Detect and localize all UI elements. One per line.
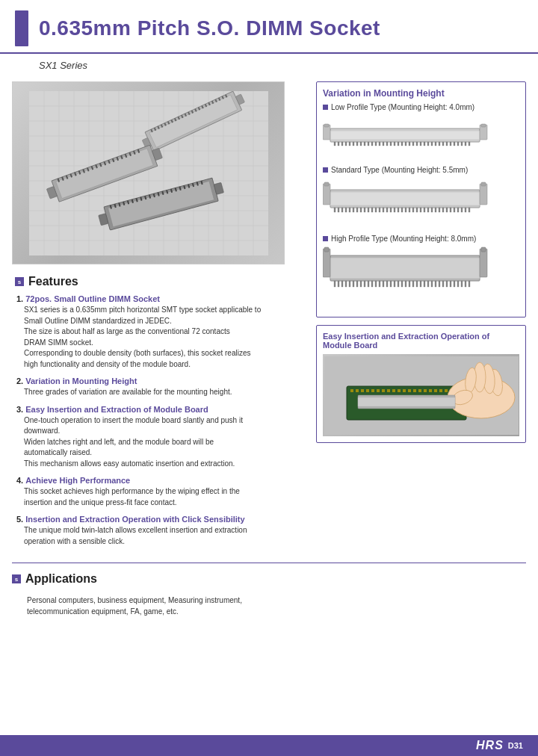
insertion-box: Easy Insertion and Extraction Operation … xyxy=(316,325,526,443)
svg-rect-109 xyxy=(349,142,350,146)
svg-rect-207 xyxy=(394,281,395,287)
svg-rect-171 xyxy=(420,208,421,212)
variation-label-standard-text: Standard Type (Mounting Height: 5.5mm) xyxy=(331,166,468,174)
svg-rect-182 xyxy=(461,208,463,212)
svg-rect-190 xyxy=(330,258,480,279)
svg-rect-230 xyxy=(480,249,487,277)
svg-rect-225 xyxy=(461,281,463,287)
svg-rect-249 xyxy=(429,389,432,392)
svg-rect-199 xyxy=(364,281,365,287)
applications-marker: s xyxy=(12,574,21,583)
features-marker: s xyxy=(15,277,24,286)
svg-rect-237 xyxy=(366,389,369,392)
feature-num-5: 5. xyxy=(16,515,23,524)
svg-rect-154 xyxy=(356,208,358,212)
svg-rect-130 xyxy=(427,142,429,146)
svg-rect-134 xyxy=(442,142,444,146)
svg-rect-137 xyxy=(454,142,455,146)
svg-rect-139 xyxy=(461,142,463,146)
page-footer: HRS D31 xyxy=(0,735,538,756)
svg-rect-201 xyxy=(371,281,373,287)
svg-rect-212 xyxy=(412,281,414,287)
svg-rect-250 xyxy=(434,389,437,392)
feature-desc-3: One-touch operation to insert the module… xyxy=(16,415,307,470)
feature-title-1: 72pos. Small Outline DIMM Socket xyxy=(25,294,160,303)
insertion-box-title: Easy Insertion and Extraction Operation … xyxy=(323,332,519,350)
insertion-image xyxy=(323,354,519,436)
svg-rect-220 xyxy=(442,281,444,287)
page-number: D31 xyxy=(508,741,523,750)
svg-rect-222 xyxy=(450,281,451,287)
svg-rect-131 xyxy=(431,142,433,146)
svg-rect-214 xyxy=(420,281,421,287)
applications-section: s Applications Personal computers, busin… xyxy=(0,566,538,623)
svg-rect-117 xyxy=(379,142,380,146)
svg-rect-203 xyxy=(379,281,380,287)
svg-rect-192 xyxy=(338,281,339,287)
svg-rect-113 xyxy=(364,142,365,146)
svg-rect-176 xyxy=(439,208,440,212)
svg-rect-147 xyxy=(330,192,480,205)
svg-rect-221 xyxy=(446,281,448,287)
feature-num-3: 3. xyxy=(16,405,23,414)
svg-rect-160 xyxy=(379,208,380,212)
svg-rect-164 xyxy=(394,208,395,212)
svg-rect-141 xyxy=(469,142,470,146)
svg-rect-129 xyxy=(424,142,425,146)
svg-rect-223 xyxy=(454,281,455,287)
feature-item-1: 1. 72pos. Small Outline DIMM Socket SX1 … xyxy=(15,294,307,370)
svg-rect-104 xyxy=(330,131,480,140)
svg-rect-124 xyxy=(405,142,406,146)
feature-title-5: Insertion and Extraction Operation with … xyxy=(25,515,244,524)
applications-desc: Personal computers, business equipment, … xyxy=(12,592,526,617)
svg-rect-135 xyxy=(446,142,448,146)
variation-label-low: Low Profile Type (Mounting Height: 4.0mm… xyxy=(323,103,519,111)
svg-rect-247 xyxy=(418,389,421,392)
svg-rect-165 xyxy=(398,208,399,212)
svg-rect-157 xyxy=(368,208,369,212)
svg-rect-243 xyxy=(398,389,401,392)
variation-box: Variation in Mounting Height Low Profile… xyxy=(316,81,526,317)
svg-rect-128 xyxy=(420,142,421,146)
svg-rect-167 xyxy=(405,208,406,212)
svg-rect-166 xyxy=(401,208,403,212)
svg-rect-208 xyxy=(398,281,399,287)
svg-rect-168 xyxy=(409,208,410,212)
svg-rect-132 xyxy=(435,142,436,146)
features-marker-letter: s xyxy=(18,279,21,285)
feature-desc-5: The unique mold twin-latch allows excell… xyxy=(16,525,307,547)
svg-rect-218 xyxy=(435,281,436,287)
svg-rect-175 xyxy=(435,208,436,212)
svg-rect-194 xyxy=(345,281,347,287)
variation-item-low: Low Profile Type (Mounting Height: 4.0mm… xyxy=(323,103,519,160)
svg-rect-242 xyxy=(392,389,395,392)
svg-rect-231 xyxy=(481,247,486,252)
svg-rect-260 xyxy=(358,397,455,406)
variation-box-title: Variation in Mounting Height xyxy=(323,88,519,99)
applications-marker-letter: s xyxy=(15,576,18,583)
brand-logo: HRS xyxy=(476,739,504,752)
feature-num-2: 2. xyxy=(16,377,23,385)
svg-rect-119 xyxy=(386,142,388,146)
svg-rect-108 xyxy=(345,142,347,146)
variation-item-high: High Profile Type (Mounting Height: 8.0m… xyxy=(323,235,519,305)
svg-rect-110 xyxy=(353,142,354,146)
feature-num-1: 1. xyxy=(16,294,23,303)
svg-rect-198 xyxy=(360,281,362,287)
bullet-high xyxy=(323,236,328,241)
svg-rect-227 xyxy=(469,281,470,287)
main-layout: s Features 1. 72pos. Small Outline DIMM … xyxy=(0,75,538,560)
svg-rect-114 xyxy=(368,142,369,146)
svg-rect-138 xyxy=(457,142,459,146)
feature-item-5: 5. Insertion and Extraction Operation wi… xyxy=(15,515,307,547)
variation-label-low-text: Low Profile Type (Mounting Height: 4.0mm… xyxy=(331,103,474,111)
bullet-low xyxy=(323,105,328,110)
svg-rect-209 xyxy=(401,281,403,287)
svg-rect-191 xyxy=(334,281,336,287)
svg-rect-193 xyxy=(341,281,343,287)
svg-rect-211 xyxy=(409,281,410,287)
svg-rect-240 xyxy=(382,389,385,392)
divider xyxy=(12,563,526,563)
feature-desc-4: This socket achieves high performance by… xyxy=(16,486,307,508)
svg-rect-159 xyxy=(375,208,377,212)
